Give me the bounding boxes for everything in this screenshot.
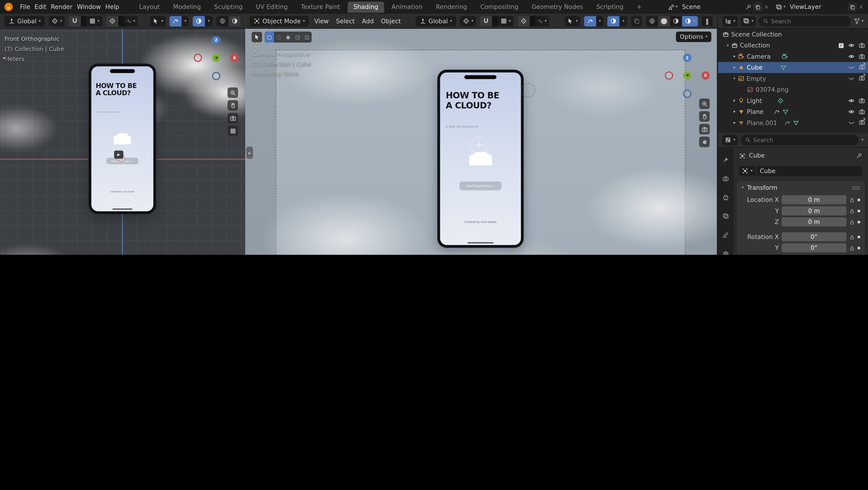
rotation-y-field[interactable]: 0°	[782, 243, 846, 253]
add-workspace-button[interactable]: +	[630, 1, 648, 12]
expand-icon[interactable]: ▾	[734, 76, 736, 80]
animate-dot[interactable]	[857, 221, 860, 223]
zoom-button[interactable]	[228, 88, 238, 98]
gizmo-x-axis[interactable]: X	[230, 54, 239, 62]
falloff-dropdown[interactable]: ∿▾	[124, 16, 138, 27]
outliner-row-empty[interactable]: ▾ Empty	[718, 73, 868, 84]
gizmo-minus-x-axis[interactable]	[194, 54, 202, 62]
shading-solid-toggle[interactable]	[658, 16, 670, 27]
menu-edit[interactable]: Edit	[33, 3, 48, 11]
pin-id-icon[interactable]	[856, 153, 863, 159]
render-disabled-toggle[interactable]	[859, 119, 865, 125]
filter-chevron-icon[interactable]: ▾	[862, 138, 864, 142]
gizmo-minus-z-axis[interactable]	[212, 72, 220, 80]
new-viewlayer-button[interactable]	[847, 2, 857, 12]
outliner-row-plane[interactable]: ▸ Plane	[718, 106, 868, 117]
animate-dot[interactable]	[857, 247, 860, 250]
gizmo-z-axis[interactable]: Z	[683, 54, 691, 62]
gizmo-x-axis[interactable]: X	[701, 71, 710, 80]
transform-orientation-dropdown[interactable]: Global▾	[4, 16, 44, 27]
show-gizmo-toggle[interactable]	[169, 16, 182, 27]
hide-eye-toggle-closed[interactable]	[848, 75, 855, 82]
breadcrumb-object[interactable]: Cube	[749, 152, 765, 159]
location-y-field[interactable]: 0 m	[782, 206, 846, 216]
tab-shading[interactable]: Shading	[347, 1, 384, 12]
xray-toggle[interactable]	[631, 16, 642, 27]
tab-uv-editing[interactable]: UV Editing	[250, 1, 294, 12]
tab-rendering[interactable]: Rendering	[430, 1, 473, 12]
blender-logo[interactable]: ⴰ	[4, 3, 13, 11]
phone-object-camera[interactable]: HOW TO BEA CLOUD? A Web AR Experience St…	[437, 70, 524, 248]
tab-sculpting[interactable]: Sculpting	[208, 1, 249, 12]
menu-select[interactable]: Select	[334, 18, 356, 25]
pivot-point-dropdown[interactable]: ▾	[49, 16, 65, 27]
tab-animation[interactable]: Animation	[385, 1, 429, 12]
viewlayer-selector[interactable]: ViewLayer	[786, 2, 846, 12]
gizmo-z-axis[interactable]: Z	[212, 36, 220, 44]
outliner-row-plane-001[interactable]: ▸ Plane.001	[718, 117, 868, 128]
render-camera-toggle[interactable]	[859, 108, 865, 115]
select-circle-tool-button[interactable]: ◉	[283, 32, 293, 42]
shading-rendered-toggle[interactable]: ▾	[682, 16, 698, 27]
render-camera-toggle[interactable]	[859, 42, 865, 48]
outliner-row-collection[interactable]: ▾ Collection ✓	[718, 40, 868, 51]
3d-viewport-camera[interactable]: Object Mode▾ View Select Add Object Glob…	[245, 14, 717, 255]
pivot-point-dropdown[interactable]: ▾	[460, 16, 476, 27]
outliner-row-scene-collection[interactable]: Scene Collection	[718, 29, 868, 40]
menu-render[interactable]: Render	[49, 3, 74, 11]
gizmo-dropdown[interactable]: ▾	[596, 16, 603, 27]
cursor-tool-button[interactable]: ◳	[293, 32, 303, 42]
empty-image-marker[interactable]: ▶	[114, 151, 123, 159]
proportional-edit-toggle[interactable]	[518, 16, 530, 27]
tab-scene[interactable]	[718, 229, 734, 240]
outliner-search-input[interactable]	[771, 18, 846, 25]
toggle-ortho-button[interactable]	[228, 126, 238, 136]
zoom-button[interactable]	[699, 98, 710, 109]
tab-compositing[interactable]: Compositing	[474, 1, 524, 12]
pan-button[interactable]	[228, 100, 238, 111]
transform-orientation-dropdown[interactable]: Global▾	[415, 16, 456, 27]
location-z-field[interactable]: 0 m	[782, 218, 846, 227]
editor-type-dropdown[interactable]: ▾	[722, 135, 738, 145]
shading-solid-toggle[interactable]	[228, 16, 241, 27]
3d-viewport-front[interactable]: Global▾ ▾ ▾ ∿▾ ▾ ▾ ▾ Front Orthographic …	[0, 14, 245, 255]
tab-layout[interactable]: Layout	[133, 1, 166, 12]
shading-material-toggle[interactable]	[670, 16, 682, 27]
tab-texture-paint[interactable]: Texture Paint	[295, 1, 346, 12]
tweak-tool-button[interactable]	[251, 32, 262, 42]
toggle-ortho-button[interactable]	[699, 137, 710, 147]
viewlayer-icon[interactable]: ▾	[776, 4, 785, 10]
camera-view-button[interactable]	[699, 124, 710, 135]
scene-icon[interactable]: ▾	[668, 4, 678, 10]
select-box-tool-button[interactable]: ▢	[265, 32, 274, 42]
menu-file[interactable]: File	[18, 3, 32, 11]
collection-checkbox[interactable]: ✓	[838, 42, 844, 48]
hide-eye-toggle[interactable]	[848, 53, 855, 60]
animate-dot[interactable]	[857, 209, 860, 213]
remove-viewlayer-icon[interactable]: ×	[859, 3, 864, 11]
new-scene-button[interactable]	[753, 2, 763, 12]
gizmo-y-axis[interactable]: -Y	[683, 71, 691, 80]
scene-selector[interactable]: Scene	[679, 2, 744, 12]
expand-icon[interactable]: ▸	[734, 98, 736, 103]
snap-settings-dropdown[interactable]: ▾	[86, 16, 102, 27]
expand-icon[interactable]: ▸	[734, 121, 736, 125]
expand-icon[interactable]: ▸	[734, 65, 736, 70]
gizmo-minus-x-axis[interactable]	[665, 71, 673, 80]
menu-view[interactable]: View	[313, 18, 331, 25]
menu-window[interactable]: Window	[75, 3, 102, 11]
snap-toggle[interactable]	[480, 16, 492, 27]
hide-eye-toggle[interactable]	[848, 97, 855, 104]
hide-eye-toggle[interactable]	[848, 42, 855, 48]
lock-icon[interactable]	[849, 197, 855, 203]
pause-render-button[interactable]: ‖	[702, 16, 713, 27]
render-disabled-toggle[interactable]	[859, 74, 865, 81]
expand-icon[interactable]: ▸	[734, 54, 736, 59]
gizmo-minus-z-axis[interactable]	[683, 90, 691, 98]
falloff-dropdown[interactable]: ∿▾	[535, 16, 549, 27]
menu-object[interactable]: Object	[379, 18, 402, 25]
properties-search-input[interactable]	[753, 137, 855, 143]
select-lasso-tool-button[interactable]: ◌	[274, 32, 283, 42]
animate-dot[interactable]	[857, 235, 860, 238]
outliner-row-light[interactable]: ▸ Light	[718, 95, 868, 106]
